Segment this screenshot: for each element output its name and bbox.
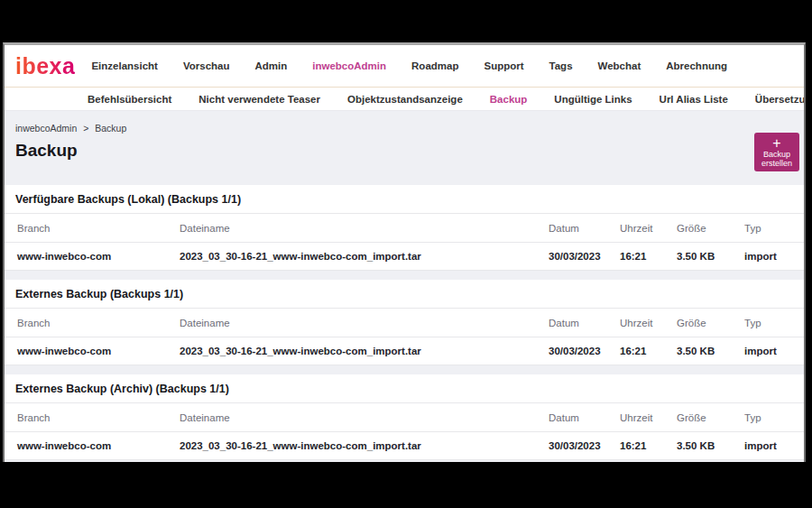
backup-section-archive: Externes Backup (Archiv) (Backups 1/1) B… bbox=[5, 374, 804, 460]
app-window: ibexa Einzelansicht Vorschau Admin inweb… bbox=[3, 42, 806, 462]
backup-table-archive: Branch Dateiname Datum Uhrzeit Größe Typ… bbox=[5, 402, 804, 460]
nav-item-support[interactable]: Support bbox=[484, 60, 523, 71]
subnav-item-ungueltige-links[interactable]: Ungültige Links bbox=[554, 94, 632, 105]
col-header-groesse: Größe bbox=[664, 214, 732, 243]
section-title: Externes Backup (Backups 1/1) bbox=[5, 280, 804, 308]
nav-item-tags[interactable]: Tags bbox=[549, 60, 573, 71]
col-header-typ: Typ bbox=[732, 403, 804, 432]
col-header-datum: Datum bbox=[536, 403, 607, 432]
col-header-uhrzeit: Uhrzeit bbox=[607, 214, 664, 243]
cell-type: import bbox=[732, 337, 804, 365]
nav-item-admin[interactable]: Admin bbox=[255, 60, 288, 71]
col-header-dateiname: Dateiname bbox=[167, 403, 536, 432]
cell-type: import bbox=[732, 432, 804, 460]
cell-size: 3.50 KB bbox=[664, 432, 732, 460]
subnav-item-backup[interactable]: Backup bbox=[490, 94, 528, 105]
backup-table-local: Branch Dateiname Datum Uhrzeit Größe Typ… bbox=[5, 213, 804, 271]
nav-item-roadmap[interactable]: Roadmap bbox=[411, 60, 458, 71]
col-header-datum: Datum bbox=[536, 214, 607, 243]
cell-branch: www-inwebco-com bbox=[5, 243, 167, 271]
plus-icon: + bbox=[772, 136, 780, 150]
backup-table-external: Branch Dateiname Datum Uhrzeit Größe Typ… bbox=[5, 308, 804, 365]
create-backup-button[interactable]: + Backup erstellen bbox=[754, 133, 799, 171]
cell-date: 30/03/2023 bbox=[536, 337, 607, 365]
nav-item-abrechnung[interactable]: Abrechnung bbox=[666, 60, 727, 71]
col-header-dateiname: Dateiname bbox=[167, 309, 536, 337]
cell-time: 16:21 bbox=[607, 243, 664, 271]
cell-size: 3.50 KB bbox=[664, 243, 732, 271]
cell-time: 16:21 bbox=[607, 432, 664, 460]
breadcrumb-separator: > bbox=[83, 123, 88, 134]
table-header-row: Branch Dateiname Datum Uhrzeit Größe Typ bbox=[5, 403, 804, 432]
backup-section-local: Verfügbare Backups (Lokal) (Backups 1/1)… bbox=[5, 185, 804, 271]
breadcrumb-parent[interactable]: inwebcoAdmin bbox=[15, 123, 77, 134]
breadcrumb: inwebcoAdmin > Backup bbox=[5, 111, 804, 134]
col-header-groesse: Größe bbox=[664, 309, 732, 337]
nav-item-einzelansicht[interactable]: Einzelansicht bbox=[91, 60, 158, 71]
col-header-uhrzeit: Uhrzeit bbox=[607, 309, 664, 337]
col-header-branch: Branch bbox=[5, 403, 167, 432]
cell-time: 16:21 bbox=[607, 337, 664, 365]
col-header-uhrzeit: Uhrzeit bbox=[607, 403, 664, 432]
breadcrumb-current: Backup bbox=[95, 123, 126, 134]
page-title: Backup bbox=[5, 134, 804, 161]
ibexa-logo[interactable]: ibexa bbox=[15, 55, 75, 78]
subnav-item-url-alias-liste[interactable]: Url Alias Liste bbox=[660, 94, 728, 105]
col-header-dateiname: Dateiname bbox=[167, 214, 536, 243]
col-header-groesse: Größe bbox=[664, 403, 732, 432]
col-header-datum: Datum bbox=[536, 309, 607, 337]
table-row: www-inwebco-com 2023_03_30-16-21_www-inw… bbox=[5, 432, 804, 460]
col-header-typ: Typ bbox=[732, 309, 804, 337]
cell-type: import bbox=[732, 243, 804, 271]
cell-filename: 2023_03_30-16-21_www-inwebco-com_import.… bbox=[167, 337, 536, 365]
col-header-branch: Branch bbox=[5, 214, 167, 243]
primary-nav: ibexa Einzelansicht Vorschau Admin inweb… bbox=[5, 45, 804, 87]
col-header-branch: Branch bbox=[5, 309, 167, 337]
section-title: Verfügbare Backups (Lokal) (Backups 1/1) bbox=[5, 185, 804, 213]
cell-branch: www-inwebco-com bbox=[5, 337, 167, 365]
nav-item-inwebcoadmin[interactable]: inwebcoAdmin bbox=[312, 60, 386, 71]
backup-section-external: Externes Backup (Backups 1/1) Branch Dat… bbox=[5, 280, 804, 365]
cell-filename: 2023_03_30-16-21_www-inwebco-com_import.… bbox=[167, 243, 536, 271]
subnav-item-objektzustandsanzeige[interactable]: Objektzustandsanzeige bbox=[347, 94, 463, 105]
cell-date: 30/03/2023 bbox=[536, 432, 607, 460]
col-header-typ: Typ bbox=[732, 214, 804, 243]
nav-item-vorschau[interactable]: Vorschau bbox=[183, 60, 230, 71]
subnav-item-nicht-verwendete-teaser[interactable]: Nicht verwendete Teaser bbox=[198, 94, 320, 105]
table-row: www-inwebco-com 2023_03_30-16-21_www-inw… bbox=[5, 243, 804, 271]
subnav-item-uebersetzungsadmin[interactable]: Übersetzungsadmin bbox=[755, 94, 806, 105]
table-header-row: Branch Dateiname Datum Uhrzeit Größe Typ bbox=[5, 309, 804, 337]
create-backup-button-label: Backup erstellen bbox=[761, 150, 792, 169]
cell-date: 30/03/2023 bbox=[536, 243, 607, 271]
cell-size: 3.50 KB bbox=[664, 337, 732, 365]
nav-item-webchat[interactable]: Webchat bbox=[598, 60, 641, 71]
section-title: Externes Backup (Archiv) (Backups 1/1) bbox=[5, 374, 804, 402]
cell-branch: www-inwebco-com bbox=[5, 432, 167, 460]
table-header-row: Branch Dateiname Datum Uhrzeit Größe Typ bbox=[5, 214, 804, 243]
cell-filename: 2023_03_30-16-21_www-inwebco-com_import.… bbox=[167, 432, 536, 460]
page-body: inwebcoAdmin > Backup Backup + Backup er… bbox=[5, 111, 804, 460]
secondary-nav: Befehlsübersicht Nicht verwendete Teaser… bbox=[5, 88, 804, 111]
subnav-item-befehlsuebersicht[interactable]: Befehlsübersicht bbox=[88, 94, 171, 105]
table-row: www-inwebco-com 2023_03_30-16-21_www-inw… bbox=[5, 337, 804, 365]
